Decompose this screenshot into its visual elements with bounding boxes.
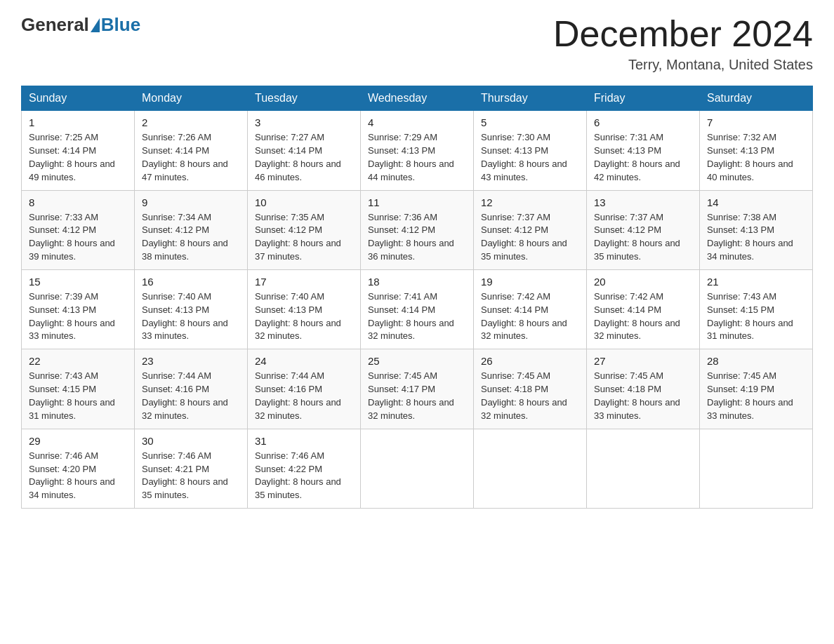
calendar-cell: 16Sunrise: 7:40 AMSunset: 4:13 PMDayligh…	[135, 269, 248, 349]
day-info: Sunrise: 7:30 AMSunset: 4:13 PMDaylight:…	[481, 131, 579, 184]
day-number: 24	[255, 355, 353, 367]
calendar-cell: 12Sunrise: 7:37 AMSunset: 4:12 PMDayligh…	[474, 190, 587, 269]
day-number: 30	[142, 435, 240, 447]
calendar-cell: 4Sunrise: 7:29 AMSunset: 4:13 PMDaylight…	[361, 111, 474, 190]
day-number: 22	[29, 355, 127, 367]
calendar-week-row: 29Sunrise: 7:46 AMSunset: 4:20 PMDayligh…	[22, 429, 813, 508]
calendar-cell: 19Sunrise: 7:42 AMSunset: 4:14 PMDayligh…	[474, 269, 587, 349]
calendar-cell: 20Sunrise: 7:42 AMSunset: 4:14 PMDayligh…	[587, 269, 700, 349]
day-info: Sunrise: 7:32 AMSunset: 4:13 PMDaylight:…	[707, 131, 805, 184]
day-info: Sunrise: 7:40 AMSunset: 4:13 PMDaylight:…	[255, 290, 353, 343]
calendar-cell: 3Sunrise: 7:27 AMSunset: 4:14 PMDaylight…	[248, 111, 361, 190]
day-info: Sunrise: 7:41 AMSunset: 4:14 PMDaylight:…	[368, 290, 466, 343]
calendar-cell: 10Sunrise: 7:35 AMSunset: 4:12 PMDayligh…	[248, 190, 361, 269]
header-friday: Friday	[587, 86, 700, 111]
calendar-cell: 1Sunrise: 7:25 AMSunset: 4:14 PMDaylight…	[22, 111, 135, 190]
day-number: 9	[142, 196, 240, 208]
calendar-cell: 18Sunrise: 7:41 AMSunset: 4:14 PMDayligh…	[361, 269, 474, 349]
calendar-cell: 25Sunrise: 7:45 AMSunset: 4:17 PMDayligh…	[361, 349, 474, 429]
day-number: 1	[29, 116, 127, 128]
calendar-cell: 17Sunrise: 7:40 AMSunset: 4:13 PMDayligh…	[248, 269, 361, 349]
day-number: 13	[594, 196, 692, 208]
day-info: Sunrise: 7:37 AMSunset: 4:12 PMDaylight:…	[481, 211, 579, 264]
calendar-cell: 21Sunrise: 7:43 AMSunset: 4:15 PMDayligh…	[700, 269, 813, 349]
calendar-cell: 28Sunrise: 7:45 AMSunset: 4:19 PMDayligh…	[700, 349, 813, 429]
calendar-cell: 11Sunrise: 7:36 AMSunset: 4:12 PMDayligh…	[361, 190, 474, 269]
day-info: Sunrise: 7:31 AMSunset: 4:13 PMDaylight:…	[594, 131, 692, 184]
page-header: General Blue December 2024 Terry, Montan…	[21, 14, 813, 73]
day-info: Sunrise: 7:45 AMSunset: 4:17 PMDaylight:…	[368, 370, 466, 422]
day-number: 31	[255, 435, 353, 447]
calendar-cell: 29Sunrise: 7:46 AMSunset: 4:20 PMDayligh…	[22, 429, 135, 508]
calendar-cell: 15Sunrise: 7:39 AMSunset: 4:13 PMDayligh…	[22, 269, 135, 349]
day-info: Sunrise: 7:34 AMSunset: 4:12 PMDaylight:…	[142, 211, 240, 264]
header-monday: Monday	[135, 86, 248, 111]
logo: General Blue	[21, 14, 140, 36]
calendar-week-row: 22Sunrise: 7:43 AMSunset: 4:15 PMDayligh…	[22, 349, 813, 429]
day-info: Sunrise: 7:26 AMSunset: 4:14 PMDaylight:…	[142, 131, 240, 184]
calendar-cell: 27Sunrise: 7:45 AMSunset: 4:18 PMDayligh…	[587, 349, 700, 429]
calendar-week-row: 1Sunrise: 7:25 AMSunset: 4:14 PMDaylight…	[22, 111, 813, 190]
calendar-table: Sunday Monday Tuesday Wednesday Thursday…	[21, 86, 813, 509]
calendar-cell: 7Sunrise: 7:32 AMSunset: 4:13 PMDaylight…	[700, 111, 813, 190]
day-info: Sunrise: 7:37 AMSunset: 4:12 PMDaylight:…	[594, 211, 692, 264]
day-info: Sunrise: 7:46 AMSunset: 4:20 PMDaylight:…	[29, 450, 127, 502]
calendar-cell: 13Sunrise: 7:37 AMSunset: 4:12 PMDayligh…	[587, 190, 700, 269]
day-number: 19	[481, 276, 579, 288]
day-info: Sunrise: 7:44 AMSunset: 4:16 PMDaylight:…	[142, 370, 240, 422]
logo-triangle-icon	[91, 18, 100, 32]
header-wednesday: Wednesday	[361, 86, 474, 111]
logo-general-text: General	[21, 14, 89, 36]
calendar-week-row: 15Sunrise: 7:39 AMSunset: 4:13 PMDayligh…	[22, 269, 813, 349]
calendar-cell	[474, 429, 587, 508]
day-info: Sunrise: 7:46 AMSunset: 4:21 PMDaylight:…	[142, 450, 240, 502]
header-tuesday: Tuesday	[248, 86, 361, 111]
calendar-cell: 2Sunrise: 7:26 AMSunset: 4:14 PMDaylight…	[135, 111, 248, 190]
weekday-header-row: Sunday Monday Tuesday Wednesday Thursday…	[22, 86, 813, 111]
day-number: 20	[594, 276, 692, 288]
logo-blue-text: Blue	[101, 14, 140, 36]
calendar-cell: 6Sunrise: 7:31 AMSunset: 4:13 PMDaylight…	[587, 111, 700, 190]
day-number: 4	[368, 116, 466, 128]
day-info: Sunrise: 7:42 AMSunset: 4:14 PMDaylight:…	[594, 290, 692, 343]
day-number: 14	[707, 196, 805, 208]
day-info: Sunrise: 7:38 AMSunset: 4:13 PMDaylight:…	[707, 211, 805, 264]
day-number: 5	[481, 116, 579, 128]
day-number: 8	[29, 196, 127, 208]
header-thursday: Thursday	[474, 86, 587, 111]
day-number: 18	[368, 276, 466, 288]
calendar-cell: 14Sunrise: 7:38 AMSunset: 4:13 PMDayligh…	[700, 190, 813, 269]
calendar-body: 1Sunrise: 7:25 AMSunset: 4:14 PMDaylight…	[22, 111, 813, 509]
day-info: Sunrise: 7:43 AMSunset: 4:15 PMDaylight:…	[29, 370, 127, 422]
day-number: 15	[29, 276, 127, 288]
day-number: 25	[368, 355, 466, 367]
day-number: 27	[594, 355, 692, 367]
day-info: Sunrise: 7:40 AMSunset: 4:13 PMDaylight:…	[142, 290, 240, 343]
title-area: December 2024 Terry, Montana, United Sta…	[553, 14, 813, 73]
day-info: Sunrise: 7:45 AMSunset: 4:19 PMDaylight:…	[707, 370, 805, 422]
calendar-week-row: 8Sunrise: 7:33 AMSunset: 4:12 PMDaylight…	[22, 190, 813, 269]
calendar-cell: 9Sunrise: 7:34 AMSunset: 4:12 PMDaylight…	[135, 190, 248, 269]
day-number: 17	[255, 276, 353, 288]
day-info: Sunrise: 7:43 AMSunset: 4:15 PMDaylight:…	[707, 290, 805, 343]
day-number: 11	[368, 196, 466, 208]
day-number: 29	[29, 435, 127, 447]
day-info: Sunrise: 7:45 AMSunset: 4:18 PMDaylight:…	[481, 370, 579, 422]
calendar-cell: 23Sunrise: 7:44 AMSunset: 4:16 PMDayligh…	[135, 349, 248, 429]
day-info: Sunrise: 7:35 AMSunset: 4:12 PMDaylight:…	[255, 211, 353, 264]
day-number: 12	[481, 196, 579, 208]
header-saturday: Saturday	[700, 86, 813, 111]
day-info: Sunrise: 7:27 AMSunset: 4:14 PMDaylight:…	[255, 131, 353, 184]
location-title: Terry, Montana, United States	[553, 57, 813, 73]
logo-area: General Blue	[21, 14, 140, 36]
day-info: Sunrise: 7:33 AMSunset: 4:12 PMDaylight:…	[29, 211, 127, 264]
calendar-cell	[361, 429, 474, 508]
month-title: December 2024	[553, 14, 813, 54]
day-info: Sunrise: 7:42 AMSunset: 4:14 PMDaylight:…	[481, 290, 579, 343]
header-sunday: Sunday	[22, 86, 135, 111]
day-info: Sunrise: 7:44 AMSunset: 4:16 PMDaylight:…	[255, 370, 353, 422]
calendar-cell: 31Sunrise: 7:46 AMSunset: 4:22 PMDayligh…	[248, 429, 361, 508]
day-info: Sunrise: 7:29 AMSunset: 4:13 PMDaylight:…	[368, 131, 466, 184]
day-number: 21	[707, 276, 805, 288]
day-number: 16	[142, 276, 240, 288]
